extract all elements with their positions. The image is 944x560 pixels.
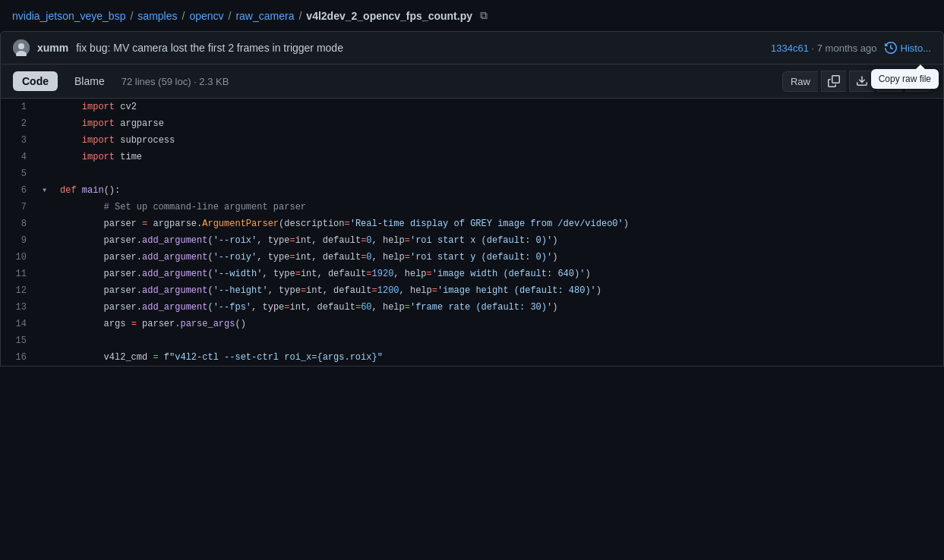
line-number: 11	[1, 266, 39, 282]
line-collapse	[39, 232, 54, 249]
line-collapse	[39, 99, 54, 115]
breadcrumb-dir3[interactable]: raw_camera	[235, 10, 294, 22]
breadcrumb-sep2: /	[182, 10, 185, 22]
line-collapse	[39, 282, 54, 299]
line-code: parser.add_argument('--roix', type=int, …	[54, 232, 943, 249]
line-number: 1	[1, 99, 39, 115]
line-code: # Set up command-line argument parser	[54, 199, 943, 216]
line-code: parser.add_argument('--width', type=int,…	[54, 266, 943, 282]
line-code: v4l2_cmd = f"v4l2-ctl --set-ctrl roi_x={…	[54, 349, 943, 366]
history-button[interactable]: Histo...	[885, 42, 931, 54]
breadcrumb-filename: v4l2dev_2_opencv_fps_count.py	[306, 10, 472, 22]
table-row: 14 args = parser.parse_args()	[1, 316, 943, 332]
table-row: 7 # Set up command-line argument parser	[1, 199, 943, 216]
line-collapse	[39, 115, 54, 132]
file-info: 72 lines (59 loc) · 2.3 KB	[122, 76, 229, 87]
line-code: parser.add_argument('--roiy', type=int, …	[54, 249, 943, 266]
history-icon	[885, 42, 897, 54]
line-code: import subprocess	[54, 132, 943, 149]
line-code	[54, 332, 943, 349]
svg-point-1	[18, 43, 24, 49]
table-row: 12 parser.add_argument('--height', type=…	[1, 282, 943, 299]
line-collapse	[39, 332, 54, 349]
line-number: 6	[1, 182, 39, 199]
code-table: 1 import cv2 2 import argparse 3 import …	[1, 99, 943, 366]
line-collapse	[39, 199, 54, 216]
line-number: 8	[1, 216, 39, 232]
line-code: import cv2	[54, 99, 943, 115]
breadcrumb-dir2[interactable]: opencv	[189, 10, 223, 22]
line-code: parser.add_argument('--fps', type=int, d…	[54, 299, 943, 316]
table-row: 4 import time	[1, 149, 943, 165]
commit-bar: xumm fix bug: MV camera lost the first 2…	[0, 31, 944, 64]
breadcrumb-dir1[interactable]: samples	[137, 10, 177, 22]
line-code: import time	[54, 149, 943, 165]
line-collapse	[39, 266, 54, 282]
tab-blame[interactable]: Blame	[65, 71, 114, 91]
table-row: 1 import cv2	[1, 99, 943, 115]
table-row: 5	[1, 165, 943, 182]
copy-path-icon[interactable]: ⧉	[480, 9, 488, 22]
line-code: parser.add_argument('--height', type=int…	[54, 282, 943, 299]
table-row: 8 parser = argparse.ArgumentParser(descr…	[1, 216, 943, 232]
history-wrapper: Histo... Copy raw file	[885, 42, 931, 54]
line-number: 10	[1, 249, 39, 266]
code-toolbar: Code Blame 72 lines (59 loc) · 2.3 KB Ra…	[0, 64, 944, 99]
line-code: parser = argparse.ArgumentParser(descrip…	[54, 216, 943, 232]
table-row: 3 import subprocess	[1, 132, 943, 149]
line-collapse	[39, 249, 54, 266]
line-number: 5	[1, 165, 39, 182]
code-view: 1 import cv2 2 import argparse 3 import …	[0, 99, 944, 367]
line-collapse	[39, 299, 54, 316]
breadcrumb-sep3: /	[229, 10, 232, 22]
line-collapse	[39, 149, 54, 165]
copy-icon	[828, 75, 840, 87]
line-collapse	[39, 216, 54, 232]
breadcrumb-sep1: /	[130, 10, 133, 22]
raw-button[interactable]: Raw	[782, 71, 818, 92]
line-number: 14	[1, 316, 39, 332]
commit-username[interactable]: xumm	[37, 42, 68, 54]
commit-time-sep: ·	[812, 42, 817, 54]
commit-time: 7 months ago	[817, 42, 877, 54]
line-code	[54, 165, 943, 182]
table-row: 9 parser.add_argument('--roix', type=int…	[1, 232, 943, 249]
table-row: 13 parser.add_argument('--fps', type=int…	[1, 299, 943, 316]
line-number: 7	[1, 199, 39, 216]
table-row: 10 parser.add_argument('--roiy', type=in…	[1, 249, 943, 266]
table-row: 15	[1, 332, 943, 349]
line-number: 13	[1, 299, 39, 316]
line-collapse	[39, 165, 54, 182]
line-number: 3	[1, 132, 39, 149]
line-code: import argparse	[54, 115, 943, 132]
breadcrumb-sep4: /	[298, 10, 302, 22]
line-collapse[interactable]: ▾	[39, 182, 54, 199]
table-row: 6 ▾ def main():	[1, 182, 943, 199]
line-number: 4	[1, 149, 39, 165]
table-row: 2 import argparse	[1, 115, 943, 132]
commit-hash[interactable]: 1334c61	[771, 42, 809, 54]
line-collapse	[39, 132, 54, 149]
history-label: Histo...	[901, 42, 931, 54]
tab-code[interactable]: Code	[13, 71, 58, 91]
line-collapse	[39, 349, 54, 366]
line-collapse	[39, 316, 54, 332]
copy-raw-tooltip: Copy raw file	[871, 69, 939, 89]
line-number: 16	[1, 349, 39, 366]
line-code: args = parser.parse_args()	[54, 316, 943, 332]
table-row: 16 v4l2_cmd = f"v4l2-ctl --set-ctrl roi_…	[1, 349, 943, 366]
breadcrumb: nvidia_jetson_veye_bsp / samples / openc…	[0, 0, 944, 31]
avatar	[13, 39, 30, 56]
line-number: 15	[1, 332, 39, 349]
line-number: 9	[1, 232, 39, 249]
line-number: 12	[1, 282, 39, 299]
line-number: 2	[1, 115, 39, 132]
table-row: 11 parser.add_argument('--width', type=i…	[1, 266, 943, 282]
download-icon	[856, 75, 868, 87]
breadcrumb-repo[interactable]: nvidia_jetson_veye_bsp	[12, 10, 125, 22]
copy-button[interactable]	[821, 71, 846, 92]
line-code: def main():	[54, 182, 943, 199]
commit-meta: 1334c61 · 7 months ago	[771, 42, 877, 54]
commit-message: fix bug: MV camera lost the first 2 fram…	[76, 42, 763, 54]
